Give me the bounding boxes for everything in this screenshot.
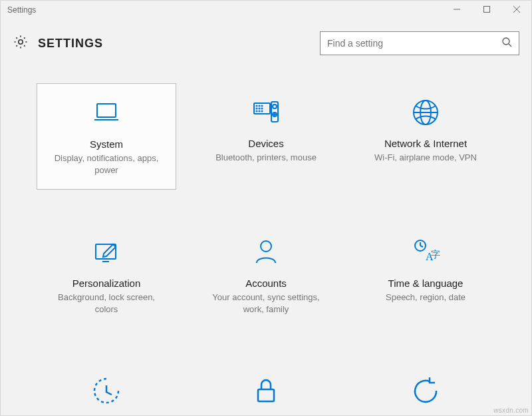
svg-point-15	[261, 108, 262, 108]
window-title: Settings	[7, 5, 36, 15]
titlebar: Settings	[1, 1, 531, 19]
svg-text:字: 字	[431, 250, 440, 260]
tile-desc: Bluetooth, printers, mouse	[215, 152, 317, 164]
update-icon	[410, 375, 442, 407]
tile-title: Personalization	[72, 278, 141, 289]
ease-of-access-icon	[90, 375, 122, 407]
tile-time-language[interactable]: A 字 Time & language Speech, region, date	[356, 223, 495, 328]
tile-accounts[interactable]: Accounts Your account, sync settings, wo…	[196, 223, 336, 328]
search-icon	[501, 37, 512, 50]
svg-line-31	[420, 246, 423, 247]
tile-network[interactable]: Network & Internet Wi-Fi, airplane mode,…	[356, 83, 495, 190]
tile-title: Accounts	[245, 278, 287, 289]
close-icon	[513, 5, 520, 15]
settings-window: Settings	[0, 0, 532, 416]
svg-point-20	[273, 104, 277, 108]
svg-point-13	[256, 108, 257, 108]
svg-point-17	[259, 110, 259, 111]
maximize-icon	[483, 5, 490, 15]
svg-rect-34	[258, 389, 274, 401]
svg-rect-1	[483, 7, 489, 13]
tile-desc: Your account, sync settings, work, famil…	[209, 292, 323, 315]
svg-point-14	[259, 108, 259, 108]
svg-point-11	[259, 105, 259, 106]
tile-devices[interactable]: Devices Bluetooth, printers, mouse	[196, 83, 336, 190]
tile-title: System	[90, 138, 123, 150]
gear-icon	[13, 34, 29, 53]
search-input[interactable]	[327, 38, 501, 49]
lock-icon	[250, 375, 282, 407]
maximize-button[interactable]	[471, 1, 501, 19]
svg-line-6	[509, 44, 511, 47]
svg-point-16	[256, 110, 257, 111]
tile-privacy[interactable]	[196, 361, 336, 416]
tile-ease-of-access[interactable]	[37, 361, 176, 416]
personalization-icon	[90, 236, 122, 268]
svg-point-18	[261, 110, 262, 111]
tile-personalization[interactable]: Personalization Background, lock screen,…	[37, 223, 176, 328]
tile-desc: Display, notifications, apps, power	[50, 152, 163, 176]
tile-desc: Speech, region, date	[386, 292, 466, 304]
devices-icon	[250, 97, 282, 128]
watermark: wsxdn.com	[493, 407, 529, 414]
content-scroll[interactable]: System Display, notifications, apps, pow…	[1, 63, 531, 416]
settings-grid: System Display, notifications, apps, pow…	[1, 70, 531, 416]
tile-desc: Background, lock screen, colors	[50, 292, 163, 315]
laptop-icon	[90, 97, 122, 129]
svg-point-5	[503, 38, 509, 45]
globe-icon	[410, 97, 442, 128]
header: SETTINGS	[1, 19, 531, 63]
tile-update-security[interactable]	[356, 361, 495, 416]
svg-point-28	[261, 241, 271, 252]
tile-title: Time & language	[388, 278, 464, 289]
svg-point-22	[274, 114, 275, 115]
svg-point-10	[256, 105, 257, 106]
svg-point-4	[19, 40, 23, 44]
minimize-icon	[454, 5, 460, 15]
svg-point-12	[261, 105, 262, 106]
titlebar-controls	[442, 1, 531, 19]
search-box[interactable]	[320, 31, 519, 55]
close-button[interactable]	[501, 1, 531, 19]
time-language-icon: A 字	[410, 236, 442, 268]
minimize-button[interactable]	[442, 1, 471, 19]
person-icon	[250, 236, 282, 268]
page-title: SETTINGS	[38, 37, 103, 51]
tile-desc: Wi-Fi, airplane mode, VPN	[374, 152, 477, 164]
tile-system[interactable]: System Display, notifications, apps, pow…	[37, 83, 176, 190]
svg-rect-7	[97, 104, 116, 117]
header-left: SETTINGS	[13, 34, 103, 53]
tile-title: Devices	[248, 138, 283, 149]
tile-title: Network & Internet	[384, 138, 467, 149]
